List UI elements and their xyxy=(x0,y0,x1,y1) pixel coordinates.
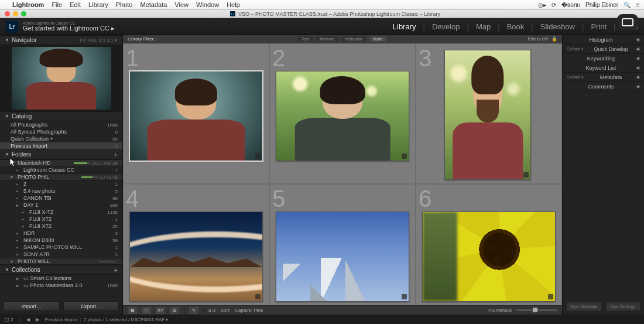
filter-none-tab[interactable]: None xyxy=(369,36,386,42)
menubar-menu-icon[interactable]: ≡ xyxy=(636,2,639,8)
volume-row[interactable]: ▾PHOTO PHIL1.4 / 2 TB xyxy=(0,173,122,180)
loupe-view-button[interactable]: ▢ xyxy=(142,307,151,314)
export-button[interactable]: Export… xyxy=(63,301,119,311)
volume-row[interactable]: ▾Macintosh HD96.1 / 499 GB xyxy=(0,159,122,166)
folder-row[interactable]: ▪FUJI X-T21138 xyxy=(0,209,122,216)
module-develop[interactable]: Develop xyxy=(432,22,460,31)
compare-view-button[interactable]: XY xyxy=(156,307,165,314)
folder-row[interactable]: ▪Lightroom Classic CC7 xyxy=(0,166,122,173)
menu-metadata[interactable]: Metadata xyxy=(140,1,167,8)
sync-icon[interactable]: ⟳ xyxy=(551,2,556,8)
right-panel-comments[interactable]: Comments ◀ xyxy=(563,82,644,91)
window-traffic-lights[interactable] xyxy=(5,11,26,16)
folder-row[interactable]: ▪SONY A7R1 xyxy=(0,251,122,258)
folder-row[interactable]: ▸DAY 1289 xyxy=(0,202,122,209)
spotlight-icon[interactable]: 🔍 xyxy=(624,2,631,8)
menu-window[interactable]: Window xyxy=(196,1,219,8)
cc-status-icon[interactable]: ◎▸ xyxy=(538,2,546,8)
folder-row[interactable]: ▪HDR3 xyxy=(0,230,122,237)
sync-settings-button[interactable]: Sync Settings xyxy=(605,302,641,311)
filmstrip-source[interactable]: Previous Import xyxy=(45,317,78,322)
sort-direction-button[interactable]: a↓z xyxy=(208,308,215,313)
thumbnail-badge-icon[interactable] xyxy=(402,154,407,159)
thumbnail-badge-icon[interactable] xyxy=(548,294,553,299)
filters-off-label[interactable]: Filters Off xyxy=(527,36,548,42)
minimize-window-button[interactable] xyxy=(13,11,18,16)
menu-file[interactable]: File xyxy=(52,1,62,8)
filmstrip-count[interactable]: 7 photos / 1 selected / DSCF0001.RAF ▾ xyxy=(84,317,169,322)
folder-row[interactable]: ▪21 xyxy=(0,180,122,187)
right-panel-keywording[interactable]: Keywording ◀ xyxy=(563,54,644,63)
thumbnail-badge-icon[interactable] xyxy=(255,294,261,299)
survey-view-button[interactable]: ⊞ xyxy=(170,307,179,314)
module-print[interactable]: Print xyxy=(591,22,607,31)
catalog-row[interactable]: All Synced Photographs0 xyxy=(0,128,122,135)
folder-row[interactable]: ▪CANON T5I90 xyxy=(0,195,122,202)
module-library[interactable]: Library xyxy=(393,22,416,31)
right-panel-keyword-list[interactable]: Keyword List ◀ xyxy=(563,63,644,73)
navigator-zoom-modes[interactable]: FIT FILL 1:1 3:1 ▾ xyxy=(80,38,118,43)
grid-cell[interactable]: 4 xyxy=(123,184,269,305)
folder-row[interactable]: ▪FUJI XT225 xyxy=(0,223,122,230)
module-slideshow[interactable]: Slideshow xyxy=(540,22,575,31)
wifi-icon[interactable]: �волн xyxy=(561,2,580,8)
grid-view-button[interactable]: ▦ xyxy=(128,307,137,314)
thumbnail-size-slider[interactable] xyxy=(516,309,557,311)
grid-cell[interactable]: 2 xyxy=(269,43,416,184)
right-panel-histogram[interactable]: Histogram ◀ xyxy=(563,35,644,45)
zoom-window-button[interactable] xyxy=(21,11,26,16)
painter-tool-button[interactable]: ✎ xyxy=(189,307,198,314)
thumbnail-badge-icon[interactable] xyxy=(523,172,529,178)
menubar-user[interactable]: Philip Ebiner xyxy=(585,2,618,8)
module-book[interactable]: Book xyxy=(507,22,525,31)
go-forward-button[interactable]: ▶ xyxy=(36,317,39,322)
navigator-panel-head[interactable]: ▼ Navigator FIT FILL 1:1 3:1 ▾ xyxy=(0,35,122,45)
menu-help[interactable]: Help xyxy=(227,1,240,8)
folder-row[interactable]: ▪SAMPLE PHOTOS WILL1 xyxy=(0,244,122,251)
sync-metadata-button[interactable]: Sync Metadata xyxy=(566,302,602,311)
filter-text-tab[interactable]: Text xyxy=(298,36,313,42)
identity-plate[interactable]: Get started with Lightroom CC ▸ xyxy=(23,25,115,32)
module-map[interactable]: Map xyxy=(476,22,491,31)
module-separator: | xyxy=(498,22,499,31)
filter-label: Library Filter : xyxy=(128,36,156,42)
menu-edit[interactable]: Edit xyxy=(70,1,81,8)
grid-cell[interactable]: 1 xyxy=(123,43,269,184)
menu-library[interactable]: Library xyxy=(88,1,108,8)
catalog-panel-head[interactable]: ▼ Catalog xyxy=(0,111,122,121)
grid-view[interactable]: 1 2 3 xyxy=(123,43,562,305)
volume-row[interactable]: ▾PHOTO WILL xyxy=(0,258,122,265)
thumbnail-badge-icon[interactable] xyxy=(402,294,407,299)
filter-lock-icon[interactable]: 🔒 xyxy=(551,36,557,42)
grid-cell[interactable]: 5 xyxy=(269,184,416,305)
folder-row[interactable]: ▪NIKON D80059 xyxy=(0,237,122,244)
collection-row[interactable]: ▸▭ Photo Masterclass 2.01000 xyxy=(0,282,122,289)
folder-row[interactable]: ▪FUJI XT21 xyxy=(0,216,122,223)
add-collection-button[interactable]: + xyxy=(114,267,118,274)
folder-row[interactable]: ▪5.4 raw photo5 xyxy=(0,187,122,195)
filter-metadata-tab[interactable]: Metadata xyxy=(342,36,366,42)
collections-panel-head[interactable]: ▼ Collections + xyxy=(0,265,122,275)
second-monitor-button[interactable]: ▢ 2 xyxy=(5,317,13,322)
close-window-button[interactable] xyxy=(5,11,10,16)
catalog-row[interactable]: All Photographs1660 xyxy=(0,121,122,128)
import-button[interactable]: Import… xyxy=(4,301,60,311)
catalog-row[interactable]: Previous Import7 xyxy=(0,142,122,149)
add-folder-button[interactable]: + xyxy=(114,151,118,158)
filter-attribute-tab[interactable]: Attribute xyxy=(316,36,338,42)
collection-row[interactable]: ▸▭ Smart Collections xyxy=(0,275,122,282)
thumbnail-badge-icon[interactable] xyxy=(255,154,261,159)
grid-cell[interactable]: 3 xyxy=(416,43,562,184)
navigator-preview[interactable] xyxy=(0,45,122,111)
folders-panel-head[interactable]: ▼ Folders + xyxy=(0,149,122,159)
go-back-button[interactable]: ◀ xyxy=(26,317,30,322)
grid-cell[interactable]: 6 xyxy=(416,184,562,305)
right-panel-quick-develop[interactable]: Default ▾Quick Develop ◀ xyxy=(563,45,644,54)
catalog-row[interactable]: Quick Collection +59 xyxy=(0,135,122,142)
menu-view[interactable]: View xyxy=(174,1,189,8)
right-panel-metadata[interactable]: Default ▾Metadata ◀ xyxy=(563,73,644,82)
app-menu[interactable]: Lightroom xyxy=(12,1,44,8)
menu-photo[interactable]: Photo xyxy=(116,1,133,8)
sort-menu[interactable]: Capture Time xyxy=(235,308,263,313)
folders-title: Folders xyxy=(12,151,31,158)
